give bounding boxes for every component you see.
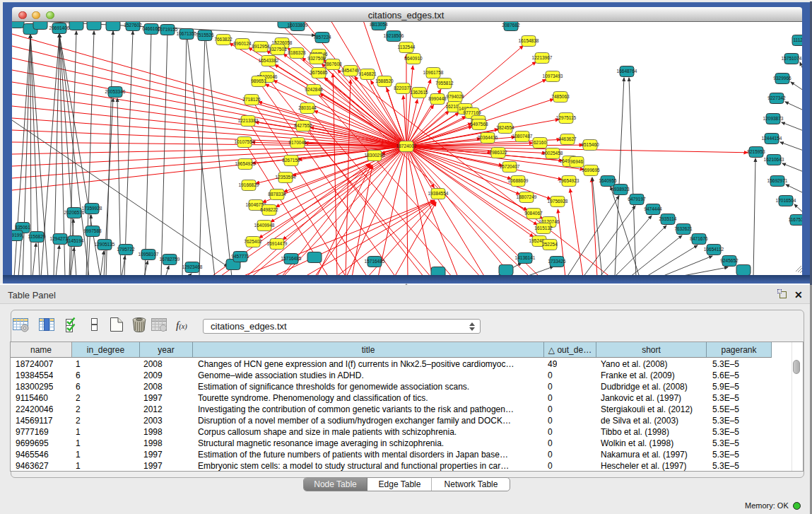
svg-text:10688609: 10688609 — [508, 178, 529, 183]
svg-text:9245652: 9245652 — [720, 258, 739, 263]
svg-text:10025458: 10025458 — [543, 151, 563, 156]
svg-text:1167533: 1167533 — [789, 217, 802, 222]
svg-text:9997588: 9997588 — [83, 228, 102, 233]
svg-text:1615132: 1615132 — [534, 226, 553, 230]
svg-text:10671355: 10671355 — [177, 31, 197, 36]
svg-text:9227342: 9227342 — [767, 95, 786, 100]
svg-text:7515526: 7515526 — [196, 33, 214, 37]
svg-text:12975115: 12975115 — [556, 115, 577, 120]
svg-text:16409948: 16409948 — [254, 223, 275, 228]
svg-text:9327503: 9327503 — [269, 47, 287, 52]
svg-text:9515460: 9515460 — [581, 142, 599, 147]
svg-text:17016504: 17016504 — [776, 198, 796, 203]
svg-text:15692971: 15692971 — [767, 178, 788, 183]
svg-text:10719155: 10719155 — [158, 27, 178, 32]
svg-text:16033809: 16033809 — [288, 23, 308, 28]
svg-text:7632621: 7632621 — [674, 226, 693, 231]
svg-text:19166829: 19166829 — [239, 182, 259, 187]
svg-text:1132544: 1132544 — [398, 45, 416, 49]
svg-text:8912954: 8912954 — [252, 44, 270, 49]
svg-text:6498222: 6498222 — [260, 207, 278, 212]
svg-text:10654112: 10654112 — [704, 247, 724, 252]
svg-text:8454749: 8454749 — [341, 68, 360, 73]
svg-text:12093873: 12093873 — [763, 116, 784, 121]
svg-text:12353594: 12353594 — [276, 175, 296, 180]
svg-text:20053346: 20053346 — [105, 89, 126, 94]
svg-text:8990448: 8990448 — [428, 96, 447, 101]
svg-text:1795722: 1795722 — [117, 247, 135, 252]
svg-text:9699695: 9699695 — [582, 168, 600, 173]
svg-text:20691406: 20691406 — [49, 25, 70, 30]
svg-text:9327508: 9327508 — [307, 56, 326, 61]
svg-text:6479197: 6479197 — [628, 197, 646, 201]
svg-text:96946: 96946 — [570, 159, 583, 164]
svg-text:8215953: 8215953 — [747, 149, 765, 154]
svg-text:18724007: 18724007 — [396, 144, 417, 148]
svg-text:9329966: 9329966 — [773, 76, 792, 81]
svg-text:18300295: 18300295 — [365, 153, 385, 158]
svg-text:12213383: 12213383 — [238, 118, 259, 123]
svg-text:2935114: 2935114 — [659, 216, 677, 221]
svg-text:9777169: 9777169 — [463, 110, 481, 115]
svg-text:1640955: 1640955 — [599, 178, 617, 183]
svg-text:9474444: 9474444 — [644, 206, 662, 211]
svg-text:19384554: 19384554 — [428, 191, 449, 196]
svg-text:1145194: 1145194 — [66, 238, 84, 243]
svg-text:9242848: 9242848 — [305, 87, 323, 92]
svg-text:9170046: 9170046 — [288, 140, 307, 145]
svg-text:7857224: 7857224 — [313, 35, 331, 40]
svg-text:7955812: 7955812 — [435, 81, 454, 86]
svg-text:1362615: 1362615 — [410, 90, 428, 95]
svg-text:20206576: 20206576 — [64, 210, 85, 215]
svg-text:9084067: 9084067 — [524, 211, 543, 216]
svg-text:16648764: 16648764 — [617, 69, 637, 74]
svg-text:16782759: 16782759 — [160, 257, 180, 262]
svg-text:8813054: 8813054 — [370, 22, 388, 27]
svg-text:1588520: 1588520 — [375, 78, 394, 83]
svg-text:2087682: 2087682 — [502, 23, 520, 28]
svg-text:2867608: 2867608 — [324, 62, 342, 66]
svg-text:9463627: 9463627 — [558, 136, 577, 141]
svg-text:8427552: 8427552 — [294, 123, 312, 128]
svg-text:10807487: 10807487 — [512, 134, 533, 139]
svg-text:7986322: 7986322 — [489, 150, 507, 155]
svg-text:14136141: 14136141 — [515, 255, 536, 260]
svg-text:10958107: 10958107 — [139, 252, 159, 257]
svg-text:19218506: 19218506 — [384, 33, 404, 38]
svg-text:7485063: 7485063 — [551, 94, 570, 99]
svg-text:8267150: 8267150 — [282, 158, 300, 163]
svg-text:19756928: 19756928 — [548, 199, 568, 204]
svg-text:10961758: 10961758 — [423, 70, 444, 75]
svg-text:16210643: 16210643 — [764, 157, 784, 162]
svg-text:252254: 252254 — [542, 242, 558, 247]
svg-text:835061: 835061 — [15, 225, 30, 230]
svg-text:10107554: 10107554 — [235, 139, 255, 144]
svg-text:10973493: 10973493 — [543, 74, 563, 78]
svg-text:12444154: 12444154 — [762, 136, 782, 141]
svg-text:15720407: 15720407 — [500, 164, 520, 169]
svg-text:11124: 11124 — [793, 37, 802, 42]
svg-text:7663822: 7663822 — [214, 37, 233, 42]
svg-text:15751074: 15751074 — [782, 56, 802, 61]
svg-text:8471676: 8471676 — [690, 236, 708, 241]
svg-text:15716485: 15716485 — [281, 256, 302, 261]
svg-text:16154838: 16154838 — [519, 38, 539, 43]
svg-text:8220377: 8220377 — [394, 86, 412, 90]
svg-text:9457771: 9457771 — [231, 254, 249, 259]
svg-text:9146821: 9146821 — [358, 71, 377, 76]
svg-text:12905135: 12905135 — [95, 242, 115, 247]
svg-text:16914479: 16914479 — [267, 241, 288, 246]
svg-text:8640910: 8640910 — [404, 56, 423, 61]
svg-text:989651: 989651 — [251, 78, 266, 83]
svg-text:1527602: 1527602 — [124, 23, 142, 28]
svg-text:6497568: 6497568 — [470, 122, 488, 127]
svg-text:3675685: 3675685 — [310, 70, 328, 75]
svg-text:9794028: 9794028 — [446, 94, 464, 99]
svg-text:1156829: 1156829 — [28, 234, 46, 239]
svg-text:16543382: 16543382 — [259, 58, 279, 63]
svg-text:19654923: 19654923 — [559, 178, 579, 183]
svg-text:18807249: 18807249 — [517, 194, 537, 199]
svg-text:39199: 39199 — [12, 233, 22, 238]
svg-text:1733426: 1733426 — [548, 259, 566, 264]
svg-text:3824554: 3824554 — [496, 125, 514, 130]
